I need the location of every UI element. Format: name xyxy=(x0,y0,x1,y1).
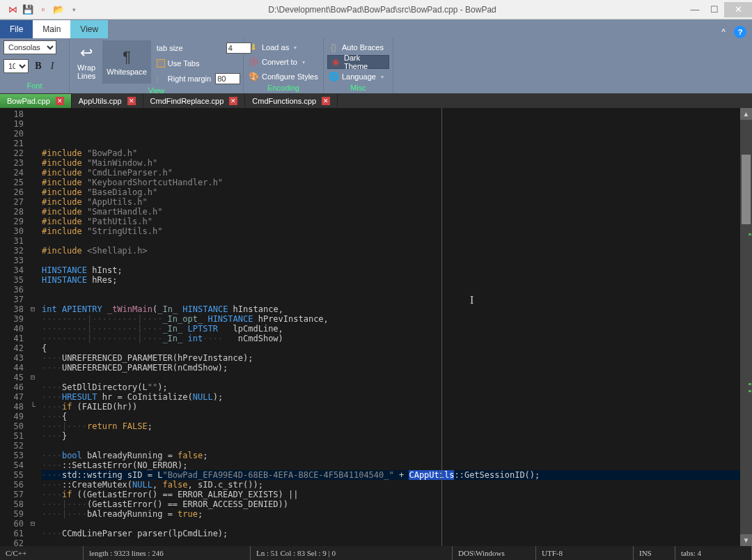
tab-close-icon[interactable]: ✕ xyxy=(229,97,237,105)
change-marker xyxy=(749,383,751,385)
ribbon: Consolas 10 B I Font ↩ Wrap Lines ¶ Whit… xyxy=(0,38,752,94)
status-position: Ln : 51 Col : 83 Sel : 9 | 0 xyxy=(251,546,453,560)
maximize-button[interactable]: ☐ xyxy=(705,2,724,17)
checkbox-icon xyxy=(157,59,165,68)
menu-main[interactable]: Main xyxy=(33,20,70,38)
download-icon: ⬇ xyxy=(249,42,258,52)
save-del-icon[interactable]: ▫ xyxy=(38,4,49,15)
tab-size-label: tab size xyxy=(157,44,222,52)
line-number-gutter: 1819202122232425262728293031323334353637… xyxy=(0,108,28,546)
status-language[interactable]: C/C++ xyxy=(0,546,84,560)
language-button[interactable]: 🌐Language▾ xyxy=(327,70,385,84)
font-size-combo[interactable]: 10 xyxy=(3,59,29,73)
tab-close-icon[interactable]: ✕ xyxy=(127,97,136,105)
save-icon[interactable]: 💾 xyxy=(22,4,33,15)
tab-label: CmdFunctions.cpp xyxy=(252,97,316,105)
fold-column[interactable]: ⊟⊟└⊟ xyxy=(28,108,38,546)
tab-cmdfunctions-cpp[interactable]: CmdFunctions.cpp✕ xyxy=(245,94,338,108)
tab-bar: BowPad.cpp✕AppUtils.cpp✕CmdFindReplace.c… xyxy=(0,94,752,108)
group-misc-label: Misc xyxy=(327,84,389,93)
status-eol[interactable]: DOS\Windows xyxy=(453,546,536,560)
ribbon-collapse-icon[interactable]: ^ xyxy=(717,26,730,38)
whitespace-icon: ¶ xyxy=(123,48,131,66)
dark-theme-button[interactable]: ◉Dark Theme xyxy=(327,55,389,69)
group-font-label: Font xyxy=(3,81,65,91)
scroll-thumb[interactable] xyxy=(742,155,751,224)
text-cursor-icon: I xyxy=(470,295,473,305)
globe-icon: 🌐 xyxy=(329,72,338,81)
right-margin-input[interactable] xyxy=(215,73,240,84)
vertical-scrollbar[interactable]: ▲ ▼ xyxy=(740,108,752,546)
right-margin-label: Right margin xyxy=(168,75,211,83)
dropdown-icon[interactable]: ▾ xyxy=(68,4,79,15)
titlebar: ⋈ 💾 ▫ 📂 ▾ D:\Development\BowPad\BowPad\s… xyxy=(0,0,752,20)
font-name-combo[interactable]: Consolas xyxy=(3,40,56,54)
tab-close-icon[interactable]: ✕ xyxy=(322,97,330,105)
theme-icon: ◉ xyxy=(331,57,340,67)
status-bar: C/C++ length : 9323 lines : 246 Ln : 51 … xyxy=(0,546,752,560)
minimize-button[interactable]: — xyxy=(685,2,705,17)
close-button[interactable]: ✕ xyxy=(724,2,752,17)
menubar: File Main View ^ ? xyxy=(0,20,752,38)
bold-button[interactable]: B xyxy=(33,61,44,72)
status-length: length : 9323 lines : 246 xyxy=(84,546,251,560)
group-encoding-label: Encoding xyxy=(247,84,320,93)
convert-to-button[interactable]: ⒶConvert to▾ xyxy=(247,55,306,69)
status-tabs[interactable]: tabs: 4 xyxy=(675,546,752,560)
change-marker xyxy=(749,233,751,235)
open-icon[interactable]: 📂 xyxy=(53,4,64,15)
italic-button[interactable]: I xyxy=(47,61,58,72)
whitespace-button[interactable]: ¶ Whitespace xyxy=(102,40,150,84)
wrap-icon: ↩ xyxy=(80,44,93,62)
configure-styles-button[interactable]: 🎨Configure Styles xyxy=(247,70,320,84)
palette-icon: 🎨 xyxy=(249,72,258,81)
status-encoding[interactable]: UTF-8 xyxy=(536,546,634,560)
tab-label: AppUtils.cpp xyxy=(79,97,122,105)
tab-apputils-cpp[interactable]: AppUtils.cpp✕ xyxy=(72,94,143,108)
tab-close-icon[interactable]: ✕ xyxy=(56,97,64,105)
braces-icon: {} xyxy=(329,42,338,52)
help-icon[interactable]: ? xyxy=(734,26,746,38)
scroll-up-icon[interactable]: ▲ xyxy=(740,108,752,120)
tab-cmdfindreplace-cpp[interactable]: CmdFindReplace.cpp✕ xyxy=(143,94,246,108)
convert-icon: Ⓐ xyxy=(249,56,258,68)
tab-label: BowPad.cpp xyxy=(7,97,50,105)
app-icon: ⋈ xyxy=(7,4,18,15)
menu-file[interactable]: File xyxy=(0,20,33,38)
right-margin-line xyxy=(441,108,442,546)
window-title: D:\Development\BowPad\BowPad\src\BowPad.… xyxy=(79,5,685,15)
scroll-down-icon[interactable]: ▼ xyxy=(740,534,752,546)
load-as-button[interactable]: ⬇Load as▾ xyxy=(247,40,298,54)
editor[interactable]: 1819202122232425262728293031323334353637… xyxy=(0,108,752,546)
status-insert-mode[interactable]: INS xyxy=(634,546,675,560)
menu-view[interactable]: View xyxy=(70,20,108,38)
tab-bowpad-cpp[interactable]: BowPad.cpp✕ xyxy=(0,94,72,108)
auto-braces-button[interactable]: {}Auto Braces xyxy=(327,40,385,54)
code-area[interactable]: I #include "BowPad.h"#include "MainWindo… xyxy=(38,108,740,546)
tab-label: CmdFindReplace.cpp xyxy=(150,97,224,105)
use-tabs-checkbox[interactable]: Use Tabs xyxy=(157,56,251,70)
change-marker xyxy=(749,390,751,392)
wrap-lines-button[interactable]: ↩ Wrap Lines xyxy=(73,40,100,84)
